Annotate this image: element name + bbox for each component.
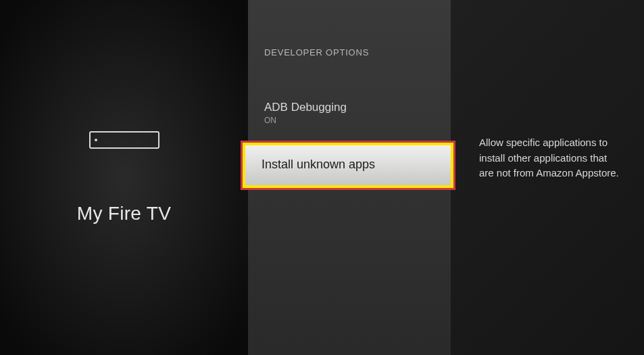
description-panel: Allow specific applications to install o… [451,0,644,355]
device-icon [89,131,159,149]
menu-item-adb-debugging[interactable]: ADB Debugging ON [248,91,451,135]
menu-item-title: Install unknown apps [262,158,435,172]
menu-item-install-unknown-apps[interactable]: Install unknown apps [243,143,453,188]
device-label: My Fire TV [77,203,171,224]
left-panel: My Fire TV [0,0,248,355]
menu-item-value: ON [264,116,435,125]
section-header: DEVELOPER OPTIONS [248,47,451,57]
setting-description: Allow specific applications to install o… [479,135,624,181]
settings-menu-panel: DEVELOPER OPTIONS ADB Debugging ON Insta… [248,0,451,355]
menu-item-title: ADB Debugging [264,101,435,114]
